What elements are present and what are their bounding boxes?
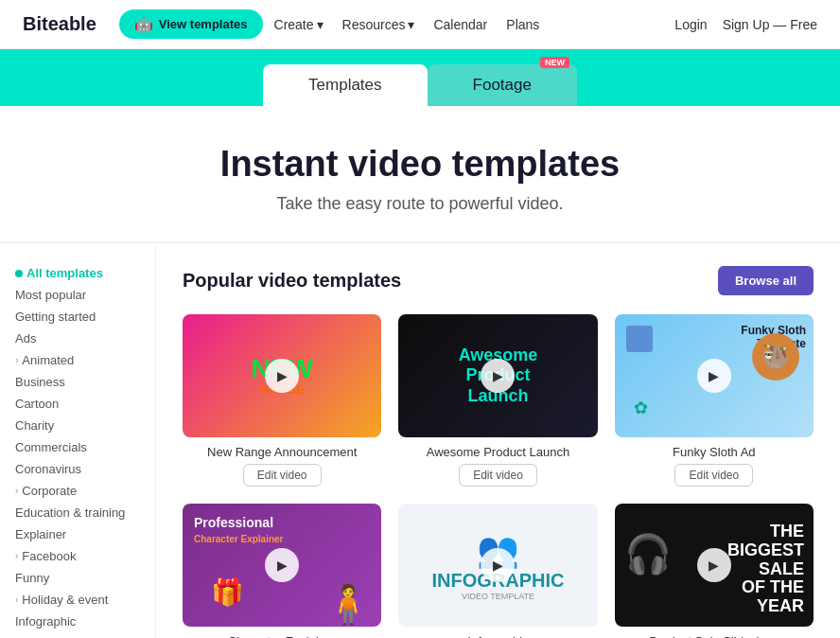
edit-video-button[interactable]: Edit video xyxy=(243,464,322,487)
chevron-down-icon: ▾ xyxy=(317,17,324,32)
decorative-square xyxy=(626,326,653,352)
nav-calendar[interactable]: Calendar xyxy=(433,17,487,32)
nav-right: Login Sign Up — Free xyxy=(674,17,817,32)
nav-create[interactable]: Create ▾ xyxy=(274,17,324,32)
play-button[interactable]: ▶ xyxy=(697,359,731,393)
navigation: Biteable 🤖 View templates Create ▾ Resou… xyxy=(0,0,840,49)
sidebar: All templates Most popular Getting start… xyxy=(0,243,156,638)
thumb-text-professional: ProfessionalCharacter Explainer xyxy=(194,515,284,545)
sidebar-item-commercials[interactable]: Commercials xyxy=(15,436,140,458)
sidebar-item-facebook[interactable]: ›Facebook xyxy=(15,545,140,567)
main-layout: All templates Most popular Getting start… xyxy=(0,243,840,638)
sidebar-item-most-popular[interactable]: Most popular xyxy=(15,284,140,306)
video-card-infographic[interactable]: 👥 INFOGRAPHIC VIDEO TEMPLATE ▶ Infograph… xyxy=(398,504,597,638)
hero-title: Instant video templates xyxy=(19,144,821,185)
browse-all-button[interactable]: Browse all xyxy=(718,266,814,295)
edit-video-button[interactable]: Edit video xyxy=(459,464,537,487)
tabs-section: Templates NEW Footage xyxy=(0,49,840,106)
chevron-right-icon: › xyxy=(15,594,18,605)
video-grid: NEW RANGE ▶ New Range Announcement Edit … xyxy=(183,314,814,638)
sidebar-item-coronavirus[interactable]: Coronavirus xyxy=(15,458,140,480)
video-title: New Range Announcement xyxy=(183,445,381,459)
login-link[interactable]: Login xyxy=(674,17,707,32)
video-title: Funky Sloth Ad xyxy=(615,445,814,459)
active-dot xyxy=(15,270,23,277)
play-button[interactable]: ▶ xyxy=(265,359,299,393)
sidebar-item-instagram[interactable]: ›Instagram xyxy=(15,632,140,638)
video-card-new-range[interactable]: NEW RANGE ▶ New Range Announcement Edit … xyxy=(183,314,381,487)
sidebar-item-infographic[interactable]: Infographic xyxy=(15,611,140,632)
brand-logo: Biteable xyxy=(23,13,96,35)
sidebar-item-charity[interactable]: Charity xyxy=(15,415,140,436)
play-button[interactable]: ▶ xyxy=(265,548,299,582)
sidebar-item-corporate[interactable]: ›Corporate xyxy=(15,480,140,502)
video-thumbnail-product-sale: 🎧 THEBIGGESTSALEOF THEYEAR ▶ xyxy=(615,504,814,627)
hero-subtitle: Take the easy route to powerful video. xyxy=(19,194,821,214)
video-title: Product Sale Slideshow xyxy=(615,634,814,638)
person-icon: 🧍 xyxy=(324,582,372,627)
video-thumbnail-new-range: NEW RANGE ▶ xyxy=(183,314,381,437)
sidebar-item-animated[interactable]: ›Animated xyxy=(15,349,140,371)
nav-plans[interactable]: Plans xyxy=(506,17,539,32)
new-badge: NEW xyxy=(540,57,569,68)
sidebar-item-explainer[interactable]: Explainer xyxy=(15,523,140,545)
sidebar-item-getting-started[interactable]: Getting started xyxy=(15,306,140,328)
sidebar-item-funny[interactable]: Funny xyxy=(15,567,140,589)
play-button[interactable]: ▶ xyxy=(697,548,731,582)
video-title: Awesome Product Launch xyxy=(398,445,597,459)
tab-templates[interactable]: Templates xyxy=(263,64,427,106)
sidebar-item-ads[interactable]: Ads xyxy=(15,328,140,349)
content-header: Popular video templates Browse all xyxy=(183,266,814,295)
robot-icon: 🤖 xyxy=(134,15,153,33)
sidebar-item-all-templates[interactable]: All templates xyxy=(15,262,140,284)
view-templates-button[interactable]: 🤖 View templates xyxy=(119,9,263,39)
headphone-icon: 🎧 xyxy=(624,532,672,576)
sidebar-item-business[interactable]: Business xyxy=(15,371,140,393)
video-thumbnail-product-launch: AwesomeProductLaunch ▶ xyxy=(398,314,597,437)
sidebar-item-cartoon[interactable]: Cartoon xyxy=(15,393,140,415)
chevron-right-icon: › xyxy=(15,551,18,561)
video-card-character-explainer[interactable]: ProfessionalCharacter Explainer 🧍 🎁 ▶ Ch… xyxy=(183,504,381,638)
sidebar-item-holiday[interactable]: ›Holiday & event xyxy=(15,589,140,611)
video-card-funky-sloth[interactable]: Funky SlothTemplate 🦥 ✿ ▶ Funky Sloth Ad… xyxy=(615,314,814,487)
video-title: Infographic xyxy=(398,634,597,638)
thumb-text-video-template: VIDEO TEMPLATE xyxy=(431,592,564,601)
section-title: Popular video templates xyxy=(183,270,401,292)
nav-menu: Create ▾ Resources ▾ Calendar Plans xyxy=(274,17,540,32)
edit-video-button[interactable]: Edit video xyxy=(674,464,753,487)
sloth-illustration: 🦥 xyxy=(752,333,799,381)
hero-section: Instant video templates Take the easy ro… xyxy=(0,106,840,243)
signup-link[interactable]: Sign Up — Free xyxy=(723,17,817,32)
main-content: Popular video templates Browse all NEW R… xyxy=(156,243,840,638)
thumb-text-sale: THEBIGGESTSALEOF THEYEAR xyxy=(727,523,804,616)
video-thumbnail-funky-sloth: Funky SlothTemplate 🦥 ✿ ▶ xyxy=(615,314,814,437)
video-title: Character Explainer xyxy=(183,634,381,638)
tab-footage[interactable]: NEW Footage xyxy=(428,64,577,106)
video-card-product-launch[interactable]: AwesomeProductLaunch ▶ Awesome Product L… xyxy=(398,314,597,487)
chevron-right-icon: › xyxy=(15,486,18,496)
video-thumbnail-character-explainer: ProfessionalCharacter Explainer 🧍 🎁 ▶ xyxy=(183,504,381,627)
chevron-right-icon: › xyxy=(15,355,18,365)
sidebar-item-education[interactable]: Education & training xyxy=(15,502,140,523)
video-thumbnail-infographic: 👥 INFOGRAPHIC VIDEO TEMPLATE ▶ xyxy=(398,504,597,627)
thumb-text-character-explainer: Character Explainer xyxy=(194,534,284,544)
video-card-product-sale[interactable]: 🎧 THEBIGGESTSALEOF THEYEAR ▶ Product Sal… xyxy=(615,504,814,638)
nav-resources[interactable]: Resources ▾ xyxy=(342,17,415,32)
flower-icon: ✿ xyxy=(634,398,648,418)
gift-icon: 🎁 xyxy=(211,576,244,608)
chevron-down-icon: ▾ xyxy=(408,17,414,32)
